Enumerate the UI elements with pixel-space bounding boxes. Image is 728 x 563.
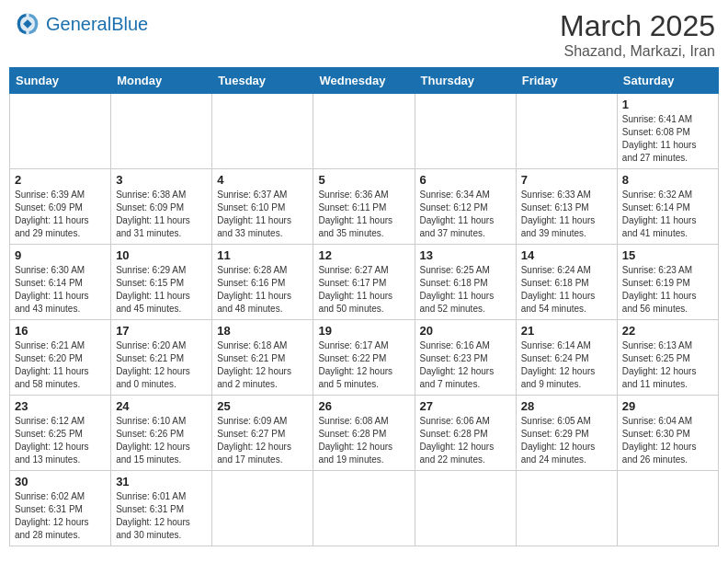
calendar-cell: 20Sunrise: 6:16 AM Sunset: 6:23 PM Dayli… xyxy=(415,320,516,396)
title-area: March 2025 Shazand, Markazi, Iran xyxy=(560,9,715,60)
calendar-cell: 15Sunrise: 6:23 AM Sunset: 6:19 PM Dayli… xyxy=(617,245,718,320)
day-info: Sunrise: 6:30 AM Sunset: 6:14 PM Dayligh… xyxy=(15,264,106,316)
calendar-cell xyxy=(516,94,617,169)
header: GeneralBlue March 2025 Shazand, Markazi,… xyxy=(9,9,719,60)
calendar-cell: 7Sunrise: 6:33 AM Sunset: 6:13 PM Daylig… xyxy=(516,169,617,245)
calendar-row: 9Sunrise: 6:30 AM Sunset: 6:14 PM Daylig… xyxy=(10,245,719,320)
calendar-row: 1Sunrise: 6:41 AM Sunset: 6:08 PM Daylig… xyxy=(10,94,719,169)
day-number: 15 xyxy=(622,248,713,262)
day-number: 2 xyxy=(15,173,106,187)
day-number: 16 xyxy=(15,324,106,338)
logo-blue: Blue xyxy=(111,14,148,34)
day-number: 18 xyxy=(217,324,308,338)
day-info: Sunrise: 6:02 AM Sunset: 6:31 PM Dayligh… xyxy=(15,490,106,542)
day-info: Sunrise: 6:36 AM Sunset: 6:11 PM Dayligh… xyxy=(318,189,409,240)
calendar-cell xyxy=(617,471,718,546)
day-number: 3 xyxy=(116,173,207,187)
calendar-cell xyxy=(415,471,516,546)
day-number: 10 xyxy=(116,248,207,262)
calendar-cell: 23Sunrise: 6:12 AM Sunset: 6:25 PM Dayli… xyxy=(10,396,111,471)
day-info: Sunrise: 6:39 AM Sunset: 6:09 PM Dayligh… xyxy=(15,189,106,240)
calendar-cell: 5Sunrise: 6:36 AM Sunset: 6:11 PM Daylig… xyxy=(313,169,415,245)
calendar-cell xyxy=(212,471,313,546)
calendar-cell: 30Sunrise: 6:02 AM Sunset: 6:31 PM Dayli… xyxy=(10,471,111,546)
day-number: 7 xyxy=(521,173,612,187)
day-info: Sunrise: 6:05 AM Sunset: 6:29 PM Dayligh… xyxy=(521,415,612,466)
calendar-cell: 18Sunrise: 6:18 AM Sunset: 6:21 PM Dayli… xyxy=(212,320,313,396)
weekday-header-thursday: Thursday xyxy=(415,68,516,94)
calendar-cell xyxy=(516,471,617,546)
day-info: Sunrise: 6:12 AM Sunset: 6:25 PM Dayligh… xyxy=(15,415,106,466)
weekday-header-sunday: Sunday xyxy=(10,68,111,94)
day-info: Sunrise: 6:16 AM Sunset: 6:23 PM Dayligh… xyxy=(420,339,511,391)
weekday-header-wednesday: Wednesday xyxy=(313,68,415,94)
calendar-cell: 21Sunrise: 6:14 AM Sunset: 6:24 PM Dayli… xyxy=(516,320,617,396)
calendar-cell xyxy=(313,94,415,169)
day-info: Sunrise: 6:24 AM Sunset: 6:18 PM Dayligh… xyxy=(521,264,612,316)
calendar-cell: 9Sunrise: 6:30 AM Sunset: 6:14 PM Daylig… xyxy=(10,245,111,320)
calendar-cell: 24Sunrise: 6:10 AM Sunset: 6:26 PM Dayli… xyxy=(111,396,212,471)
day-number: 24 xyxy=(116,399,207,413)
day-info: Sunrise: 6:04 AM Sunset: 6:30 PM Dayligh… xyxy=(622,415,713,466)
day-info: Sunrise: 6:20 AM Sunset: 6:21 PM Dayligh… xyxy=(116,339,207,391)
calendar-cell: 6Sunrise: 6:34 AM Sunset: 6:12 PM Daylig… xyxy=(415,169,516,245)
logo-text: GeneralBlue xyxy=(46,15,148,33)
day-info: Sunrise: 6:41 AM Sunset: 6:08 PM Dayligh… xyxy=(622,113,713,165)
day-number: 9 xyxy=(15,248,106,262)
day-info: Sunrise: 6:37 AM Sunset: 6:10 PM Dayligh… xyxy=(217,189,308,240)
day-info: Sunrise: 6:06 AM Sunset: 6:28 PM Dayligh… xyxy=(420,415,511,466)
day-number: 6 xyxy=(420,173,511,187)
day-number: 22 xyxy=(622,324,713,338)
day-number: 21 xyxy=(521,324,612,338)
location-subtitle: Shazand, Markazi, Iran xyxy=(560,43,715,60)
day-info: Sunrise: 6:23 AM Sunset: 6:19 PM Dayligh… xyxy=(622,264,713,316)
calendar-cell: 26Sunrise: 6:08 AM Sunset: 6:28 PM Dayli… xyxy=(313,396,415,471)
calendar-row: 2Sunrise: 6:39 AM Sunset: 6:09 PM Daylig… xyxy=(10,169,719,245)
day-info: Sunrise: 6:25 AM Sunset: 6:18 PM Dayligh… xyxy=(420,264,511,316)
day-info: Sunrise: 6:33 AM Sunset: 6:13 PM Dayligh… xyxy=(521,189,612,240)
day-info: Sunrise: 6:14 AM Sunset: 6:24 PM Dayligh… xyxy=(521,339,612,391)
weekday-header-friday: Friday xyxy=(516,68,617,94)
day-number: 13 xyxy=(420,248,511,262)
calendar-row: 23Sunrise: 6:12 AM Sunset: 6:25 PM Dayli… xyxy=(10,396,719,471)
calendar-cell: 25Sunrise: 6:09 AM Sunset: 6:27 PM Dayli… xyxy=(212,396,313,471)
day-info: Sunrise: 6:13 AM Sunset: 6:25 PM Dayligh… xyxy=(622,339,713,391)
calendar-cell: 2Sunrise: 6:39 AM Sunset: 6:09 PM Daylig… xyxy=(10,169,111,245)
weekday-header-monday: Monday xyxy=(111,68,212,94)
calendar-cell: 28Sunrise: 6:05 AM Sunset: 6:29 PM Dayli… xyxy=(516,396,617,471)
calendar-cell xyxy=(415,94,516,169)
calendar-cell: 10Sunrise: 6:29 AM Sunset: 6:15 PM Dayli… xyxy=(111,245,212,320)
calendar-cell: 8Sunrise: 6:32 AM Sunset: 6:14 PM Daylig… xyxy=(617,169,718,245)
day-number: 4 xyxy=(217,173,308,187)
calendar-table: SundayMondayTuesdayWednesdayThursdayFrid… xyxy=(9,67,719,546)
logo-general: General xyxy=(46,14,111,34)
day-number: 19 xyxy=(318,324,409,338)
calendar-cell: 3Sunrise: 6:38 AM Sunset: 6:09 PM Daylig… xyxy=(111,169,212,245)
day-info: Sunrise: 6:27 AM Sunset: 6:17 PM Dayligh… xyxy=(318,264,409,316)
day-number: 20 xyxy=(420,324,511,338)
calendar-cell: 29Sunrise: 6:04 AM Sunset: 6:30 PM Dayli… xyxy=(617,396,718,471)
day-info: Sunrise: 6:08 AM Sunset: 6:28 PM Dayligh… xyxy=(318,415,409,466)
day-number: 14 xyxy=(521,248,612,262)
day-number: 28 xyxy=(521,399,612,413)
calendar-cell: 11Sunrise: 6:28 AM Sunset: 6:16 PM Dayli… xyxy=(212,245,313,320)
day-info: Sunrise: 6:34 AM Sunset: 6:12 PM Dayligh… xyxy=(420,189,511,240)
calendar-cell xyxy=(10,94,111,169)
day-info: Sunrise: 6:09 AM Sunset: 6:27 PM Dayligh… xyxy=(217,415,308,466)
calendar-cell: 16Sunrise: 6:21 AM Sunset: 6:20 PM Dayli… xyxy=(10,320,111,396)
calendar-cell: 17Sunrise: 6:20 AM Sunset: 6:21 PM Dayli… xyxy=(111,320,212,396)
day-info: Sunrise: 6:21 AM Sunset: 6:20 PM Dayligh… xyxy=(15,339,106,391)
calendar-cell: 1Sunrise: 6:41 AM Sunset: 6:08 PM Daylig… xyxy=(617,94,718,169)
day-info: Sunrise: 6:18 AM Sunset: 6:21 PM Dayligh… xyxy=(217,339,308,391)
day-number: 1 xyxy=(622,98,713,111)
calendar-cell: 27Sunrise: 6:06 AM Sunset: 6:28 PM Dayli… xyxy=(415,396,516,471)
weekday-header-tuesday: Tuesday xyxy=(212,68,313,94)
day-number: 25 xyxy=(217,399,308,413)
calendar-cell: 31Sunrise: 6:01 AM Sunset: 6:31 PM Dayli… xyxy=(111,471,212,546)
calendar-row: 30Sunrise: 6:02 AM Sunset: 6:31 PM Dayli… xyxy=(10,471,719,546)
day-number: 8 xyxy=(622,173,713,187)
day-number: 29 xyxy=(622,399,713,413)
weekday-header-saturday: Saturday xyxy=(617,68,718,94)
calendar-cell: 12Sunrise: 6:27 AM Sunset: 6:17 PM Dayli… xyxy=(313,245,415,320)
day-number: 23 xyxy=(15,399,106,413)
